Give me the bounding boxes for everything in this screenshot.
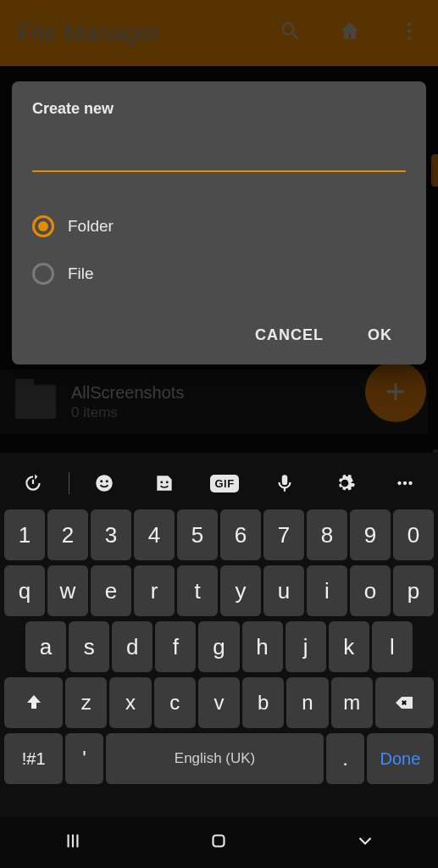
key-p[interactable]: p <box>393 565 434 616</box>
radio-circle-icon <box>32 263 54 285</box>
separator <box>69 472 69 494</box>
key-f[interactable]: f <box>155 621 196 672</box>
key-8[interactable]: 8 <box>307 509 347 560</box>
voice-input-icon[interactable] <box>254 472 314 494</box>
key-row-bottom: !#1 ' English (UK) . Done <box>0 731 438 787</box>
key-period[interactable]: . <box>326 733 364 784</box>
recents-button[interactable] <box>62 830 84 855</box>
key-1[interactable]: 1 <box>4 509 45 560</box>
gif-icon[interactable]: GIF <box>195 475 255 492</box>
key-9[interactable]: 9 <box>350 509 391 560</box>
key-row-q: q w e r t y u i o p <box>0 563 438 619</box>
name-input[interactable] <box>32 143 406 172</box>
key-m[interactable]: m <box>331 677 373 728</box>
screen: File Manager AllScreenshots 0 items Crea… <box>0 0 438 868</box>
svg-point-9 <box>402 481 406 485</box>
system-nav-bar <box>0 817 438 868</box>
radio-circle-icon <box>32 215 54 237</box>
key-z[interactable]: z <box>65 677 107 728</box>
key-row-a: a s d f g h j k l <box>0 619 438 675</box>
settings-icon[interactable] <box>314 472 374 494</box>
key-g[interactable]: g <box>198 621 239 672</box>
key-7[interactable]: 7 <box>263 509 304 560</box>
radio-folder-label: Folder <box>68 217 114 236</box>
create-new-dialog: Create new Folder File CANCEL OK <box>12 81 426 364</box>
svg-point-4 <box>101 480 103 482</box>
key-2[interactable]: 2 <box>47 509 88 560</box>
key-k[interactable]: k <box>329 621 369 672</box>
svg-point-6 <box>160 481 163 484</box>
sticker-icon[interactable] <box>135 472 195 494</box>
svg-point-10 <box>408 481 412 485</box>
key-backspace[interactable] <box>375 677 434 728</box>
dialog-title: Create new <box>32 100 406 118</box>
ok-button[interactable]: OK <box>364 318 396 353</box>
key-w[interactable]: w <box>47 565 88 616</box>
keyboard-toolbar: GIF <box>0 459 438 507</box>
radio-file[interactable]: File <box>32 250 406 298</box>
soft-keyboard: GIF 1 2 3 4 5 6 7 8 9 0 q w e r t y u i … <box>0 453 438 868</box>
key-symbols[interactable]: !#1 <box>4 733 63 784</box>
key-i[interactable]: i <box>307 565 347 616</box>
key-6[interactable]: 6 <box>220 509 261 560</box>
svg-point-3 <box>97 475 114 492</box>
key-row-numbers: 1 2 3 4 5 6 7 8 9 0 <box>0 507 438 563</box>
key-l[interactable]: l <box>372 621 413 672</box>
home-button[interactable] <box>208 830 230 855</box>
svg-point-8 <box>397 481 401 485</box>
key-o[interactable]: o <box>350 565 391 616</box>
more-icon[interactable] <box>374 472 435 494</box>
key-apostrophe[interactable]: ' <box>65 733 103 784</box>
key-0[interactable]: 0 <box>393 509 434 560</box>
key-y[interactable]: y <box>220 565 261 616</box>
key-done[interactable]: Done <box>367 733 434 784</box>
key-t[interactable]: t <box>177 565 218 616</box>
svg-point-5 <box>106 480 108 482</box>
text-input-mode-icon[interactable] <box>3 472 64 494</box>
back-button[interactable] <box>354 830 376 855</box>
key-v[interactable]: v <box>198 677 240 728</box>
key-c[interactable]: c <box>154 677 196 728</box>
key-n[interactable]: n <box>286 677 328 728</box>
key-3[interactable]: 3 <box>91 509 131 560</box>
key-x[interactable]: x <box>109 677 151 728</box>
key-b[interactable]: b <box>242 677 284 728</box>
type-radio-group: Folder File <box>32 203 406 298</box>
dialog-actions: CANCEL OK <box>32 318 406 353</box>
svg-point-7 <box>166 481 169 484</box>
key-a[interactable]: a <box>25 621 66 672</box>
key-space[interactable]: English (UK) <box>106 733 324 784</box>
radio-file-label: File <box>68 264 94 283</box>
key-e[interactable]: e <box>91 565 131 616</box>
key-h[interactable]: h <box>242 621 283 672</box>
key-5[interactable]: 5 <box>177 509 218 560</box>
svg-rect-11 <box>213 836 225 847</box>
key-q[interactable]: q <box>4 565 45 616</box>
emoji-icon[interactable] <box>75 472 135 494</box>
radio-folder[interactable]: Folder <box>32 203 406 250</box>
key-u[interactable]: u <box>263 565 304 616</box>
key-4[interactable]: 4 <box>134 509 175 560</box>
key-row-z: z x c v b n m <box>0 675 438 731</box>
key-shift[interactable] <box>4 677 63 728</box>
key-d[interactable]: d <box>112 621 152 672</box>
cancel-button[interactable]: CANCEL <box>252 318 327 353</box>
key-s[interactable]: s <box>69 621 109 672</box>
key-j[interactable]: j <box>286 621 326 672</box>
key-r[interactable]: r <box>134 565 175 616</box>
